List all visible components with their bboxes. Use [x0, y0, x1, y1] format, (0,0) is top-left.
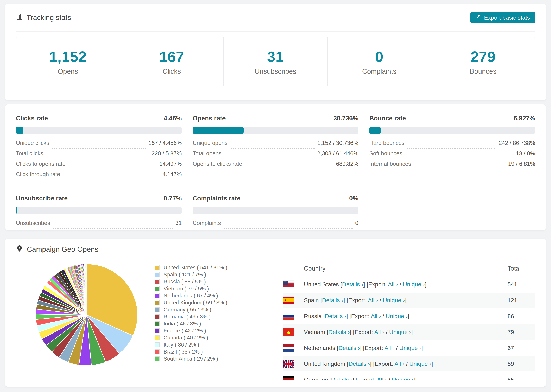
us-flag-icon	[283, 281, 294, 288]
legend-swatch	[155, 314, 160, 319]
rate-row-unique-opens: Unique opens 1,152 / 30.736%	[193, 140, 359, 150]
stat-unsubscribes: 31Unsubscribes	[224, 37, 327, 86]
rate-progress-track	[369, 127, 535, 134]
legend-label: Russia ( 86 / 5% )	[164, 279, 206, 285]
country-total: 55	[508, 377, 535, 380]
geo-title: Campaign Geo Opens	[27, 245, 99, 253]
country-name: Vietnam	[304, 329, 325, 335]
rate-opens-rate: Opens rate 30.736% Unique opens 1,152 / …	[193, 115, 359, 182]
dotted-leader	[407, 148, 496, 149]
legend-swatch	[155, 286, 160, 291]
export-unique-link[interactable]: Unique ›	[399, 345, 421, 351]
export-all-link[interactable]: All ›	[371, 313, 381, 319]
legend-label: Brazil ( 33 / 2% )	[164, 349, 203, 355]
legend-item-united-states: United States ( 541 / 31% )	[155, 264, 227, 271]
legend-swatch	[155, 300, 160, 305]
rate-unsubscribe-rate: Unsubscribe rate 0.77% Unsubscribes 31	[16, 195, 182, 230]
rate-progress-track	[193, 207, 359, 214]
rate-complaints-rate: Complaints rate 0% Complaints 0	[193, 195, 359, 230]
export-all-link[interactable]: All ›	[395, 361, 404, 367]
legend-item-spain: Spain ( 121 / 7% )	[155, 271, 227, 278]
legend-label: France ( 42 / 2% )	[164, 328, 206, 334]
rate-head: Complaints rate 0%	[193, 195, 359, 202]
column-total: Total	[508, 265, 535, 272]
stat-label: Bounces	[470, 68, 496, 75]
page-title: Tracking stats	[27, 14, 71, 22]
rate-row-complaints: Complaints 0	[193, 220, 359, 230]
geo-row-spain: Spain [Details ›] [Export: All › / Uniqu…	[283, 293, 535, 308]
export-all-link[interactable]: All ›	[388, 281, 398, 287]
export-basic-stats-button[interactable]: Export basic stats	[470, 12, 535, 23]
export-all-link[interactable]: All ›	[374, 329, 384, 335]
dotted-leader	[46, 159, 149, 159]
map-pin-icon	[16, 245, 23, 254]
rate-row-hard-bounces: Hard bounces 242 / 86.738%	[369, 140, 535, 150]
details-link[interactable]: Details ›	[322, 297, 343, 303]
rate-progress-track	[16, 207, 182, 214]
tracking-stats-card: Tracking stats Export basic stats 1,152O…	[5, 4, 546, 100]
country-total: 86	[508, 313, 535, 320]
dotted-leader	[230, 148, 315, 149]
country-total: 121	[508, 297, 535, 304]
dotted-leader	[414, 169, 505, 169]
legend-swatch	[155, 279, 160, 284]
geo-body: United States ( 541 / 31% )Spain ( 121 /…	[16, 260, 535, 387]
tracking-stats-header: Tracking stats Export basic stats	[16, 4, 535, 32]
legend-label: United Kingdom ( 59 / 3% )	[164, 300, 227, 306]
export-unique-link[interactable]: Unique ›	[409, 361, 431, 367]
export-all-link[interactable]: All ›	[377, 377, 387, 380]
legend-item-netherlands: Netherlands ( 67 / 4% )	[155, 292, 227, 299]
rate-title: Bounce rate	[369, 115, 406, 122]
dotted-leader	[245, 169, 333, 169]
details-link[interactable]: Details ›	[328, 329, 350, 335]
stat-value: 1,152	[49, 48, 87, 65]
rate-value: 4.46%	[164, 115, 182, 122]
de-flag-icon	[283, 376, 294, 380]
stat-label: Unsubscribes	[255, 68, 296, 75]
legend-item-vietnam: Vietnam ( 79 / 5% )	[155, 285, 227, 292]
column-country: Country	[283, 265, 508, 272]
export-all-link[interactable]: All ›	[368, 297, 378, 303]
geo-table: Country Total United States [Details ›] …	[283, 260, 535, 380]
dotted-leader	[53, 228, 173, 229]
legend-swatch	[155, 335, 160, 340]
details-link[interactable]: Details ›	[339, 345, 360, 351]
country-name: Spain	[304, 297, 319, 303]
stat-value: 167	[159, 48, 184, 65]
country-name: Germany	[304, 377, 328, 380]
rate-bounce-rate: Bounce rate 6.927% Hard bounces 242 / 86…	[369, 115, 535, 182]
legend-swatch	[155, 356, 160, 361]
legend-item-italy: Italy ( 36 / 2% )	[155, 341, 227, 348]
rate-row-unsubscribes: Unsubscribes 31	[16, 220, 182, 230]
rate-row-opens-to-clicks-rate: Opens to clicks rate 689.82%	[193, 161, 359, 171]
rate-row-unique-clicks: Unique clicks 167 / 4.456%	[16, 140, 182, 150]
geo-row-united-kingdom: United Kingdom [Details ›] [Export: All …	[283, 356, 535, 371]
export-unique-link[interactable]: Unique ›	[403, 281, 425, 287]
legend-swatch	[155, 328, 160, 333]
tracking-stats-page: Tracking stats Export basic stats 1,152O…	[0, 0, 551, 387]
stat-complaints: 0Complaints	[327, 37, 431, 86]
export-unique-link[interactable]: Unique ›	[392, 377, 414, 380]
legend-label: Netherlands ( 67 / 4% )	[164, 293, 218, 299]
details-link[interactable]: Details ›	[349, 361, 370, 367]
rate-rows: Unique clicks 167 / 4.456% Total clicks …	[16, 140, 182, 182]
details-link[interactable]: Details ›	[325, 313, 346, 319]
legend-item-united-kingdom: United Kingdom ( 59 / 3% )	[155, 299, 227, 306]
campaign-geo-opens-card: Campaign Geo Opens United States ( 541 /…	[5, 238, 546, 387]
details-link[interactable]: Details ›	[342, 281, 363, 287]
dotted-leader	[63, 180, 160, 180]
legend-swatch	[155, 307, 160, 312]
country-name: United States	[304, 281, 339, 287]
export-unique-link[interactable]: Unique ›	[389, 329, 411, 335]
rates-card: Clicks rate 4.46% Unique clicks 167 / 4.…	[5, 104, 546, 230]
details-link[interactable]: Details ›	[331, 377, 353, 380]
rate-row-total-clicks: Total clicks 220 / 5.87%	[16, 150, 182, 161]
export-all-link[interactable]: All ›	[384, 345, 395, 351]
geo-row-netherlands: Netherlands [Details ›] [Export: All › /…	[283, 340, 535, 356]
stat-label: Complaints	[362, 68, 396, 75]
legend-item-south-africa: South Africa ( 29 / 2% )	[155, 355, 227, 362]
export-unique-link[interactable]: Unique ›	[386, 313, 408, 319]
legend-label: India ( 46 / 3% )	[164, 321, 201, 327]
export-unique-link[interactable]: Unique ›	[383, 297, 405, 303]
rate-head: Unsubscribe rate 0.77%	[16, 195, 182, 202]
